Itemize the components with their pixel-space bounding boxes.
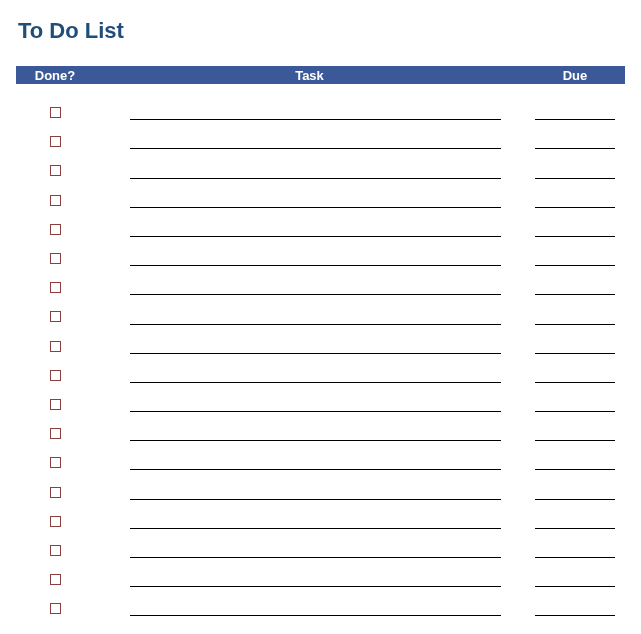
task-line[interactable] [130, 265, 501, 266]
done-checkbox[interactable] [50, 136, 61, 147]
cell-done [16, 215, 94, 244]
due-line[interactable] [535, 265, 615, 266]
cell-due [525, 469, 625, 477]
table-row [16, 215, 625, 244]
done-checkbox[interactable] [50, 253, 61, 264]
task-line[interactable] [130, 440, 501, 441]
done-checkbox[interactable] [50, 574, 61, 585]
table-row [16, 361, 625, 390]
done-checkbox[interactable] [50, 516, 61, 527]
task-line[interactable] [130, 615, 501, 616]
task-line[interactable] [130, 148, 501, 149]
table-row [16, 98, 625, 127]
done-checkbox[interactable] [50, 370, 61, 381]
task-line[interactable] [130, 586, 501, 587]
done-checkbox[interactable] [50, 399, 61, 410]
cell-done [16, 186, 94, 215]
done-checkbox[interactable] [50, 603, 61, 614]
done-checkbox[interactable] [50, 457, 61, 468]
table-row [16, 536, 625, 565]
cell-due [525, 499, 625, 507]
done-checkbox[interactable] [50, 311, 61, 322]
task-line[interactable] [130, 411, 501, 412]
cell-done [16, 273, 94, 302]
cell-done [16, 98, 94, 127]
cell-done [16, 302, 94, 331]
cell-due [525, 324, 625, 332]
task-line[interactable] [130, 207, 501, 208]
rows-container [16, 98, 625, 623]
due-line[interactable] [535, 207, 615, 208]
due-line[interactable] [535, 440, 615, 441]
cell-task [94, 382, 525, 390]
cell-done [16, 332, 94, 361]
column-header-task: Task [94, 68, 525, 83]
task-line[interactable] [130, 119, 501, 120]
table-row [16, 594, 625, 623]
done-checkbox[interactable] [50, 428, 61, 439]
cell-task [94, 265, 525, 273]
due-line[interactable] [535, 382, 615, 383]
cell-due [525, 586, 625, 594]
done-checkbox[interactable] [50, 487, 61, 498]
table-row [16, 477, 625, 506]
done-checkbox[interactable] [50, 224, 61, 235]
cell-done [16, 390, 94, 419]
task-line[interactable] [130, 294, 501, 295]
column-header-done: Done? [16, 68, 94, 83]
task-line[interactable] [130, 324, 501, 325]
cell-task [94, 236, 525, 244]
cell-done [16, 419, 94, 448]
cell-due [525, 119, 625, 127]
due-line[interactable] [535, 528, 615, 529]
cell-due [525, 528, 625, 536]
table-row [16, 186, 625, 215]
table-row [16, 390, 625, 419]
done-checkbox[interactable] [50, 165, 61, 176]
due-line[interactable] [535, 586, 615, 587]
column-header-due: Due [525, 68, 625, 83]
task-line[interactable] [130, 557, 501, 558]
due-line[interactable] [535, 353, 615, 354]
cell-done [16, 156, 94, 185]
cell-due [525, 440, 625, 448]
done-checkbox[interactable] [50, 195, 61, 206]
cell-task [94, 207, 525, 215]
cell-due [525, 207, 625, 215]
due-line[interactable] [535, 236, 615, 237]
due-line[interactable] [535, 411, 615, 412]
due-line[interactable] [535, 557, 615, 558]
page-title: To Do List [18, 18, 625, 44]
done-checkbox[interactable] [50, 341, 61, 352]
done-checkbox[interactable] [50, 282, 61, 293]
due-line[interactable] [535, 119, 615, 120]
cell-done [16, 507, 94, 536]
cell-due [525, 265, 625, 273]
table-row [16, 332, 625, 361]
cell-done [16, 594, 94, 623]
cell-due [525, 615, 625, 623]
done-checkbox[interactable] [50, 545, 61, 556]
task-line[interactable] [130, 528, 501, 529]
due-line[interactable] [535, 469, 615, 470]
task-line[interactable] [130, 499, 501, 500]
due-line[interactable] [535, 294, 615, 295]
cell-task [94, 615, 525, 623]
due-line[interactable] [535, 324, 615, 325]
task-line[interactable] [130, 353, 501, 354]
table-row [16, 419, 625, 448]
due-line[interactable] [535, 499, 615, 500]
cell-task [94, 411, 525, 419]
cell-task [94, 557, 525, 565]
task-line[interactable] [130, 469, 501, 470]
task-line[interactable] [130, 382, 501, 383]
task-line[interactable] [130, 236, 501, 237]
task-line[interactable] [130, 178, 501, 179]
cell-task [94, 294, 525, 302]
due-line[interactable] [535, 615, 615, 616]
due-line[interactable] [535, 148, 615, 149]
cell-done [16, 448, 94, 477]
done-checkbox[interactable] [50, 107, 61, 118]
cell-done [16, 477, 94, 506]
due-line[interactable] [535, 178, 615, 179]
